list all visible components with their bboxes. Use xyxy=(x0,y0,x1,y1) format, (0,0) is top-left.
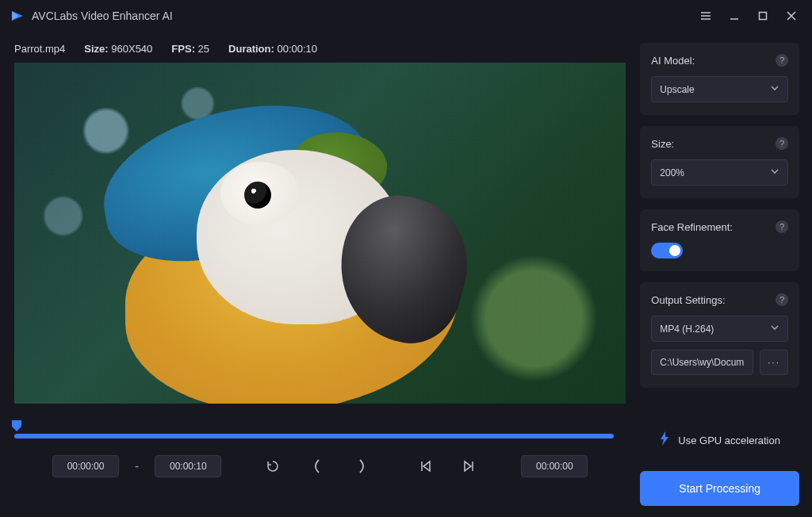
chevron-down-icon xyxy=(770,323,779,335)
video-meta-row: Parrot.mp4 Size: 960X540 FPS: 25 Duratio… xyxy=(14,43,626,55)
maximize-button[interactable] xyxy=(749,0,777,32)
video-preview[interactable] xyxy=(14,63,626,404)
current-time[interactable]: 00:00:00 xyxy=(521,455,588,477)
output-format-select[interactable]: MP4 (H.264) xyxy=(651,316,788,342)
app-logo: AVCLabs Video Enhancer AI xyxy=(10,8,173,24)
close-button[interactable] xyxy=(777,0,806,32)
meta-fps: FPS: 25 xyxy=(171,43,209,55)
bracket-close-icon[interactable] xyxy=(350,454,373,478)
panel-size: Size: ? 200% xyxy=(640,126,799,198)
output-path-field[interactable]: C:\Users\wy\Docum xyxy=(651,350,753,375)
panel-output-settings: Output Settings: ? MP4 (H.264) C:\Users\… xyxy=(640,282,799,388)
main-column: Parrot.mp4 Size: 960X540 FPS: 25 Duratio… xyxy=(0,32,640,517)
meta-size: Size: 960X540 xyxy=(84,43,152,55)
title-bar: AVCLabs Video Enhancer AI xyxy=(0,0,812,32)
chevron-down-icon xyxy=(770,167,779,178)
minimize-button[interactable] xyxy=(720,0,749,32)
start-processing-button[interactable]: Start Processing xyxy=(640,471,799,506)
bolt-icon xyxy=(659,431,670,449)
face-refinement-label: Face Refinement: xyxy=(651,221,733,233)
hamburger-menu-button[interactable] xyxy=(691,0,720,32)
gpu-label: Use GPU acceleration xyxy=(678,435,780,446)
trim-dash: - xyxy=(135,459,139,473)
ai-model-select[interactable]: Upscale xyxy=(651,76,788,102)
meta-duration: Duration: 00:00:10 xyxy=(228,43,317,55)
trim-start-time[interactable]: 00:00:00 xyxy=(52,455,119,477)
size-label: Size: xyxy=(651,138,674,150)
meta-filename: Parrot.mp4 xyxy=(14,43,65,55)
ai-model-label: AI Model: xyxy=(651,55,695,67)
bracket-open-icon[interactable] xyxy=(305,454,329,478)
reset-button[interactable] xyxy=(261,454,285,478)
progress-bar[interactable] xyxy=(14,434,614,438)
size-select[interactable]: 200% xyxy=(651,159,788,186)
logo-icon xyxy=(10,8,25,24)
svg-rect-2 xyxy=(760,13,767,20)
controls-row: 00:00:00 - 00:00:10 xyxy=(14,454,626,478)
prev-frame-button[interactable] xyxy=(413,454,437,478)
panel-ai-model: AI Model: ? Upscale xyxy=(640,43,799,115)
help-icon[interactable]: ? xyxy=(776,54,788,67)
timeline xyxy=(14,404,626,438)
help-icon[interactable]: ? xyxy=(776,220,788,233)
app-title: AVCLabs Video Enhancer AI xyxy=(32,10,173,22)
face-refinement-toggle[interactable] xyxy=(651,243,683,258)
help-icon[interactable]: ? xyxy=(776,137,788,150)
chevron-down-icon xyxy=(770,83,779,95)
gpu-acceleration-row[interactable]: Use GPU acceleration xyxy=(640,427,799,450)
trim-end-time[interactable]: 00:00:10 xyxy=(155,455,221,477)
panel-face-refinement: Face Refinement: ? xyxy=(640,209,799,271)
help-icon[interactable]: ? xyxy=(776,293,788,306)
browse-path-button[interactable]: ··· xyxy=(760,350,788,375)
next-frame-button[interactable] xyxy=(458,454,481,478)
sidebar: AI Model: ? Upscale Size: ? 200% xyxy=(640,32,812,517)
trim-start-marker-icon[interactable] xyxy=(11,419,22,432)
output-settings-label: Output Settings: xyxy=(651,294,725,306)
